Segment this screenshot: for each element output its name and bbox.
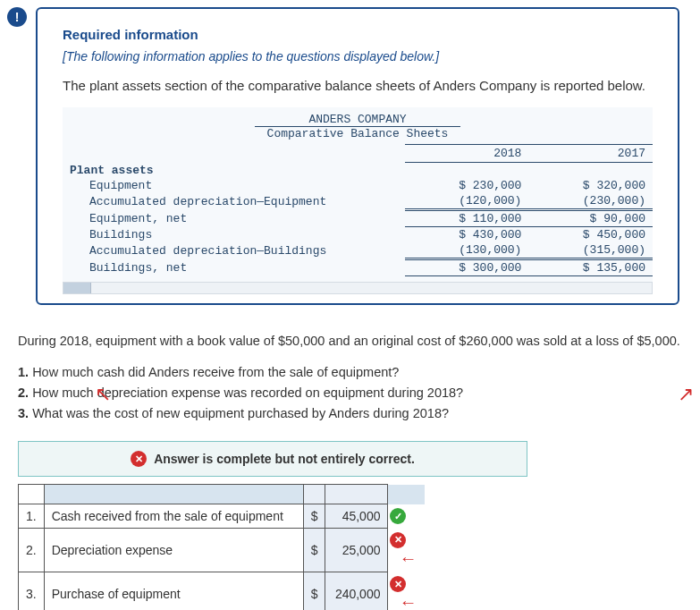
cell: (130,000) (405, 242, 529, 259)
horizontal-scrollbar[interactable] (63, 282, 653, 294)
question-3: 3. What was the cost of new equipment pu… (18, 404, 682, 423)
alert-icon: ! (7, 7, 27, 27)
q-number: 1. (18, 365, 29, 379)
question-list: 1. How much cash did Anders receive from… (18, 363, 682, 423)
feedback-text: Answer is complete but not entirely corr… (154, 452, 415, 466)
cell: $ 110,000 (405, 210, 529, 227)
col-2017: 2017 (528, 145, 653, 163)
answer-desc: Purchase of equipment (44, 572, 303, 610)
answer-num: 2. (19, 528, 45, 572)
section-label: Plant assets (63, 163, 653, 179)
cross-icon: ✕ (131, 451, 147, 467)
cell: $ 135,000 (528, 259, 653, 276)
answer-row: 3. Purchase of equipment $ 240,000 ✕← (19, 572, 425, 610)
company-name: ANDERS COMPANY (255, 113, 460, 127)
cell: (120,000) (405, 193, 529, 210)
answer-value[interactable]: 25,000 (325, 528, 388, 572)
exclamation-glyph: ! (15, 10, 20, 24)
currency: $ (303, 572, 325, 610)
row-label: Accumulated depreciation—Buildings (63, 242, 405, 259)
row-label: Equipment, net (63, 210, 405, 227)
annotation-arrow-icon: ← (399, 548, 417, 568)
answer-num: 3. (19, 572, 45, 610)
cell: (230,000) (528, 193, 653, 210)
annotation-arrow-icon: ↗ (678, 383, 694, 406)
answer-value[interactable]: 45,000 (325, 504, 388, 529)
cell: $ 230,000 (405, 178, 529, 193)
answer-value[interactable]: 240,000 (325, 572, 388, 610)
cell: (315,000) (528, 242, 653, 259)
currency: $ (303, 504, 325, 529)
balance-table: 2018 2017 Plant assets Equipment $ 230,0… (63, 144, 653, 276)
answer-row: 1. Cash received from the sale of equipm… (19, 504, 425, 529)
question-2: 2. How much depreciation expense was rec… (18, 384, 682, 402)
required-subtitle: [The following information applies to th… (63, 49, 653, 64)
intro-text: The plant assets section of the comparat… (63, 76, 653, 95)
row-label: Accumulated depreciation—Equipment (63, 193, 405, 210)
currency: $ (303, 528, 325, 572)
annotation-arrow-icon: ↖ (95, 383, 111, 406)
col-2018: 2018 (405, 145, 529, 163)
required-info-card: Required information [The following info… (36, 7, 679, 305)
cell: $ 300,000 (405, 259, 529, 276)
q-text: What was the cost of new equipment purch… (32, 406, 449, 420)
answer-num: 1. (19, 504, 45, 529)
row-label: Buildings (63, 227, 405, 243)
q-number: 2. (18, 385, 29, 400)
required-title: Required information (63, 27, 653, 42)
cell: $ 430,000 (405, 227, 529, 243)
answer-desc: Depreciation expense (44, 528, 303, 572)
answer-row: 2. Depreciation expense $ 25,000 ✕← (19, 528, 425, 572)
row-label: Buildings, net (63, 259, 405, 276)
check-icon: ✓ (390, 508, 406, 524)
cross-icon: ✕ (390, 532, 406, 548)
q-number: 3. (18, 406, 29, 420)
question-1: 1. How much cash did Anders receive from… (18, 363, 682, 382)
narrative-text: During 2018, equipment with a book value… (18, 332, 682, 351)
answers-table: 1. Cash received from the sale of equipm… (18, 484, 425, 610)
cross-icon: ✕ (390, 576, 406, 592)
cell: $ 320,000 (528, 178, 653, 193)
sheet-header: ANDERS COMPANY Comparative Balance Sheet… (63, 107, 653, 140)
sheet-title: Comparative Balance Sheets (63, 127, 653, 140)
row-label: Equipment (63, 178, 405, 193)
balance-sheet: ANDERS COMPANY Comparative Balance Sheet… (63, 107, 653, 294)
q-text: How much cash did Anders receive from th… (32, 365, 399, 379)
feedback-banner: ✕ Answer is complete but not entirely co… (18, 441, 527, 477)
annotation-arrow-icon: ← (399, 592, 417, 610)
cell: $ 90,000 (528, 210, 653, 227)
cell: $ 450,000 (528, 227, 653, 243)
answer-desc: Cash received from the sale of equipment (44, 504, 303, 529)
